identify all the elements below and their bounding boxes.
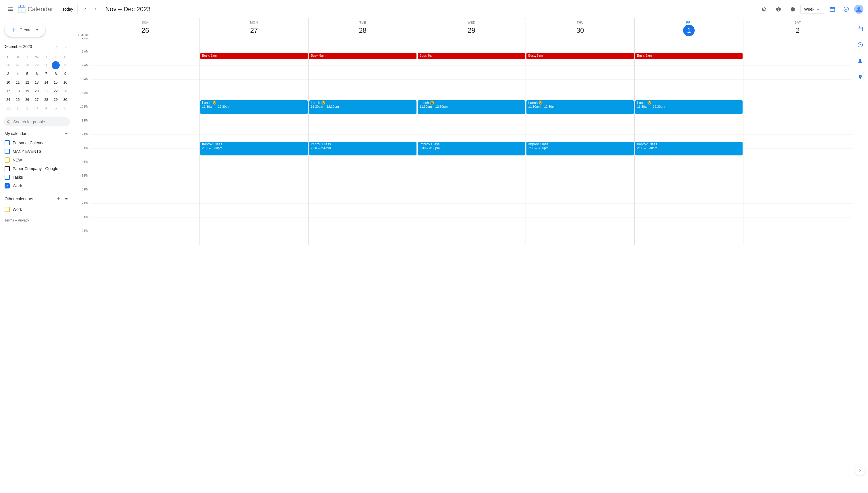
lunch-event[interactable]: Lunch 🤤11:30am – 12:30pm — [309, 100, 416, 114]
busy-event[interactable]: Busy, 8am — [309, 53, 416, 59]
mini-cal-date[interactable]: 13 — [33, 79, 41, 86]
other-calendar-checkbox[interactable] — [5, 207, 10, 212]
mini-cal-date[interactable]: 23 — [61, 87, 69, 95]
today-button[interactable]: Today — [58, 4, 77, 14]
mini-cal-date[interactable]: 1 — [52, 61, 60, 69]
mini-cal-date[interactable]: 31 — [4, 104, 12, 112]
search-people-input[interactable] — [13, 120, 67, 124]
lunch-event[interactable]: Lunch 🤤11:30am – 12:30pm — [526, 100, 634, 114]
mini-cal-date[interactable]: 6 — [61, 104, 69, 112]
day-header-fri[interactable]: FRI 1 — [634, 18, 743, 38]
avatar[interactable] — [854, 5, 863, 14]
help-button[interactable] — [773, 3, 784, 15]
mini-cal-date[interactable]: 3 — [4, 70, 12, 78]
improv-event[interactable]: Improv Class2:30 – 3:30pm — [526, 142, 634, 155]
calendar-view-icon[interactable] — [827, 3, 838, 15]
busy-event[interactable]: Busy, 8am — [526, 53, 634, 59]
mini-cal-date[interactable]: 3 — [33, 104, 41, 112]
mini-cal-date[interactable]: 14 — [42, 79, 50, 86]
calendar-checkbox[interactable] — [5, 140, 10, 145]
terms-link[interactable]: Terms — [5, 218, 14, 222]
mini-cal-date[interactable]: 16 — [61, 79, 69, 86]
mini-cal-date[interactable]: 30 — [42, 61, 50, 69]
lunch-event[interactable]: Lunch 🤤11:30am – 12:30pm — [200, 100, 308, 114]
mini-cal-date[interactable]: 25 — [14, 96, 22, 104]
day-column-3[interactable]: Busy, 8amLunch 🤤11:30am – 12:30pmImprov … — [417, 38, 526, 245]
day-header-sun[interactable]: SUN 26 — [91, 18, 200, 38]
day-header-thu[interactable]: THU 30 — [526, 18, 634, 38]
mini-cal-prev[interactable]: ‹ — [53, 43, 61, 50]
mini-cal-date[interactable]: 19 — [23, 87, 31, 95]
improv-event[interactable]: Improv Class2:30 – 3:30pm — [309, 142, 416, 155]
mini-cal-date[interactable]: 29 — [52, 96, 60, 104]
mini-cal-date[interactable]: 8 — [52, 70, 60, 78]
next-arrow[interactable]: › — [90, 4, 101, 14]
calendar-item[interactable]: NEW — [0, 156, 73, 164]
mini-cal-date[interactable]: 12 — [23, 79, 31, 86]
mini-cal-date[interactable]: 17 — [4, 87, 12, 95]
mini-cal-date[interactable]: 10 — [4, 79, 12, 86]
day-header-tue[interactable]: TUE 28 — [308, 18, 417, 38]
mini-cal-date[interactable]: 6 — [33, 70, 41, 78]
calendar-item[interactable]: Paper Company - Google — [0, 164, 73, 173]
expand-right-sidebar[interactable]: › — [854, 464, 866, 476]
mini-cal-date[interactable]: 2 — [23, 104, 31, 112]
mini-cal-date[interactable]: 21 — [42, 87, 50, 95]
mini-cal-date[interactable]: 27 — [33, 96, 41, 104]
task-icon[interactable] — [841, 3, 852, 15]
mini-cal-date[interactable]: 7 — [42, 70, 50, 78]
privacy-link[interactable]: Privacy — [18, 218, 29, 222]
right-map-icon[interactable] — [854, 71, 866, 83]
improv-event[interactable]: Improv Class2:30 – 3:30pm — [200, 142, 308, 155]
add-other-calendar-button[interactable]: + — [54, 195, 63, 203]
calendar-item[interactable]: Work — [0, 181, 73, 190]
mini-cal-date[interactable]: 18 — [14, 87, 22, 95]
mini-cal-date[interactable]: 9 — [61, 70, 69, 78]
calendar-checkbox[interactable] — [5, 175, 10, 180]
prev-arrow[interactable]: ‹ — [80, 4, 90, 14]
mini-cal-date[interactable]: 22 — [52, 87, 60, 95]
calendar-checkbox[interactable] — [5, 157, 10, 163]
lunch-event[interactable]: Lunch 🤤11:30am – 12:30pm — [635, 100, 743, 114]
mini-cal-date[interactable]: 11 — [14, 79, 22, 86]
mini-cal-date[interactable]: 27 — [14, 61, 22, 69]
day-column-6[interactable] — [743, 38, 852, 245]
mini-cal-date[interactable]: 30 — [61, 96, 69, 104]
busy-event[interactable]: Busy, 8am — [418, 53, 525, 59]
mini-cal-date[interactable]: 1 — [14, 104, 22, 112]
calendar-scroll[interactable]: 7 AM8 AM9 AM10 AM11 AM12 PM1 PM2 PM3 PM4… — [73, 38, 852, 493]
settings-button[interactable] — [786, 3, 798, 15]
right-people-icon[interactable] — [854, 55, 866, 67]
mini-cal-date[interactable]: 26 — [23, 96, 31, 104]
calendar-item[interactable]: MANY EVENTS — [0, 147, 73, 156]
mini-cal-date[interactable]: 2 — [61, 61, 69, 69]
day-column-1[interactable]: Busy, 8amLunch 🤤11:30am – 12:30pmImprov … — [200, 38, 308, 245]
right-calendar-icon[interactable] — [854, 23, 866, 35]
mini-cal-date[interactable]: 4 — [14, 70, 22, 78]
mini-cal-title[interactable]: December 2023 — [3, 44, 32, 49]
day-header-sat[interactable]: SAT 2 — [743, 18, 852, 38]
other-calendars-header[interactable]: Other calendars + — [0, 192, 73, 205]
search-people[interactable] — [3, 117, 70, 126]
calendar-item[interactable]: Tasks — [0, 173, 73, 181]
calendar-checkbox[interactable] — [5, 166, 10, 171]
mini-cal-date[interactable]: 5 — [23, 70, 31, 78]
search-button[interactable] — [759, 3, 770, 15]
other-calendar-item[interactable]: Work — [0, 205, 73, 214]
my-calendars-header[interactable]: My calendars — [0, 129, 73, 138]
mini-cal-date[interactable]: 28 — [23, 61, 31, 69]
lunch-event[interactable]: Lunch 🤤11:30am – 12:30pm — [418, 100, 525, 114]
mini-cal-date[interactable]: 29 — [33, 61, 41, 69]
mini-cal-date[interactable]: 5 — [52, 104, 60, 112]
busy-event[interactable]: Busy, 8am — [635, 53, 743, 59]
mini-cal-date[interactable]: 28 — [42, 96, 50, 104]
busy-event[interactable]: Busy, 8am — [200, 53, 308, 59]
create-button[interactable]: Create — [5, 23, 45, 37]
mini-cal-next[interactable]: › — [62, 43, 70, 50]
calendar-checkbox[interactable] — [5, 149, 10, 154]
mini-cal-date[interactable]: 24 — [4, 96, 12, 104]
day-column-5[interactable]: Busy, 8amLunch 🤤11:30am – 12:30pmImprov … — [634, 38, 743, 245]
day-column-0[interactable] — [91, 38, 200, 245]
mini-cal-date[interactable]: 15 — [52, 79, 60, 86]
mini-cal-date[interactable]: 20 — [33, 87, 41, 95]
